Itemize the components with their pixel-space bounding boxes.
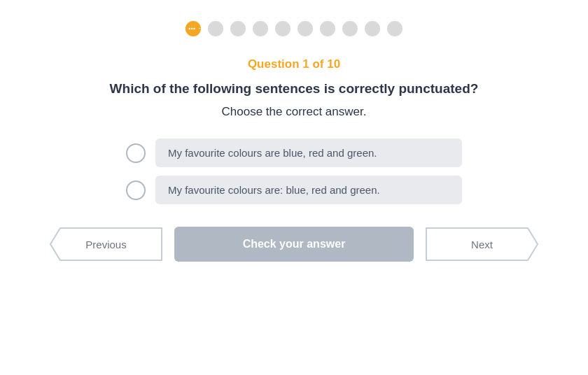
radio-2[interactable]: [126, 181, 146, 200]
svg-point-2: [191, 28, 192, 29]
svg-point-1: [189, 28, 190, 29]
previous-label: Previous: [85, 239, 126, 250]
next-button[interactable]: Next: [425, 227, 539, 262]
dot-3[interactable]: [230, 21, 246, 36]
question-text: Which of the following sentences is corr…: [110, 81, 479, 97]
dot-9[interactable]: [365, 21, 380, 36]
dot-4[interactable]: [253, 21, 268, 36]
dot-2[interactable]: [208, 21, 223, 36]
question-counter: Question 1 of 10: [248, 57, 340, 71]
radio-1[interactable]: [126, 143, 146, 163]
dot-10[interactable]: [387, 21, 402, 36]
dot-5[interactable]: [275, 21, 290, 36]
previous-button[interactable]: Previous: [49, 227, 163, 262]
dot-1[interactable]: [186, 21, 201, 36]
quiz-container: Question 1 of 10 Which of the following …: [0, 0, 588, 375]
option-label-2[interactable]: My favourite colours are: blue, red and …: [155, 176, 462, 204]
dot-6[interactable]: [298, 21, 313, 36]
check-answer-button[interactable]: Check your answer: [174, 227, 414, 262]
dot-7[interactable]: [320, 21, 335, 36]
option-row-1[interactable]: My favourite colours are blue, red and g…: [126, 139, 462, 167]
option-row-2[interactable]: My favourite colours are: blue, red and …: [126, 176, 462, 204]
next-label: Next: [471, 239, 493, 250]
button-row: Previous Check your answer Next: [49, 227, 539, 262]
instruction-text: Choose the correct answer.: [222, 105, 367, 119]
progress-dots: [186, 21, 402, 36]
answer-options: My favourite colours are blue, red and g…: [126, 139, 462, 204]
option-label-1[interactable]: My favourite colours are blue, red and g…: [155, 139, 462, 167]
dot-8[interactable]: [342, 21, 358, 36]
svg-point-3: [193, 28, 195, 29]
